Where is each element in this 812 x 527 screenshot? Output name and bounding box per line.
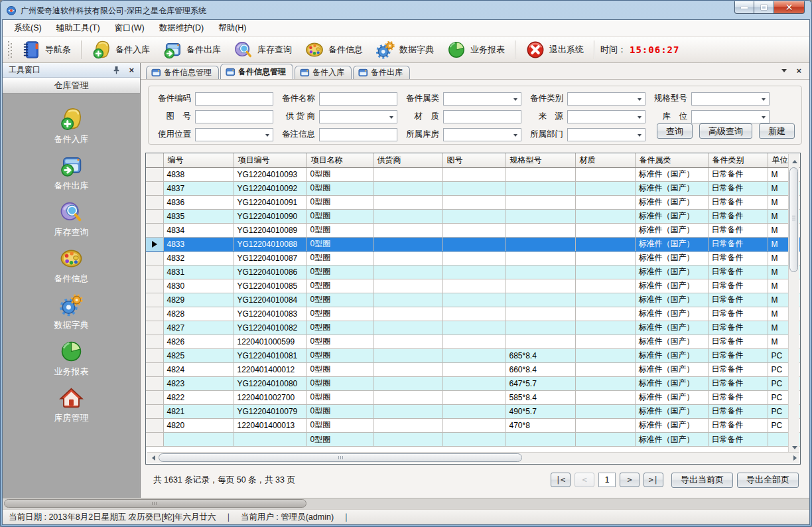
first-page-button[interactable]: |< (551, 473, 571, 487)
tab-item-1[interactable]: 备件信息管理 (220, 64, 293, 79)
sidebar-section-header[interactable]: 仓库管理 (3, 78, 140, 94)
table-row[interactable]: 4831YG122040100860型圈标准件（国产）日常备件M (146, 265, 801, 279)
export-current-page-button[interactable]: 导出当前页 (671, 473, 733, 488)
sidebar-item-parts-info[interactable]: 备件信息 (3, 246, 140, 293)
menu-item[interactable]: 辅助工具(T) (49, 20, 107, 37)
menu-item[interactable]: 系统(S) (7, 20, 49, 37)
table-row[interactable]: 4825YG122040100810型圈685*8.4标准件（国产）日常备件PC (146, 348, 801, 362)
table-row[interactable]: 4823YG122040100800型圈647*5.7标准件（国产）日常备件PC (146, 376, 801, 390)
dropdown-select[interactable] (691, 92, 770, 106)
menu-item[interactable]: 数据维护(D) (152, 20, 211, 37)
table-cell: 标准件（国产） (635, 279, 708, 293)
menu-item[interactable]: 帮助(H) (211, 20, 253, 37)
text-input[interactable] (195, 110, 273, 123)
status-bar: 当前日期 : 2013年8月2日星期五 农历癸巳[蛇]年六月廿六 ｜ 当前用户 … (3, 509, 809, 524)
dropdown-select[interactable] (443, 92, 521, 106)
horizontal-scroll-thumb[interactable] (159, 453, 522, 462)
next-page-button[interactable]: > (620, 473, 640, 487)
text-input[interactable] (195, 92, 273, 106)
dropdown-select[interactable] (567, 128, 645, 141)
table-row[interactable]: 482412204014000120型圈660*8.4标准件（国产）日常备件PC (146, 362, 801, 376)
dropdown-select[interactable] (319, 110, 397, 123)
prev-page-button[interactable]: < (575, 473, 594, 487)
table-row[interactable]: 0型圈标准件（国产）日常备件 (146, 432, 801, 446)
tab-item-3[interactable]: 备件出库 (353, 66, 410, 79)
content-scroll-thumb[interactable] (4, 499, 306, 508)
sidebar-item-parts-inbound[interactable]: 备件入库 (3, 107, 140, 153)
sidebar-item-warehouse-manage[interactable]: 库房管理 (3, 386, 140, 432)
table-row[interactable]: 4834YG122040100890型圈标准件（国产）日常备件M (146, 223, 801, 237)
toolbar-button-parts-inbound[interactable]: 备件入库 (88, 38, 154, 61)
column-header[interactable]: 编号 (163, 153, 234, 167)
toolbar-button-exit-system[interactable]: 退出系统 (521, 38, 588, 61)
scroll-right-icon[interactable] (789, 453, 799, 463)
text-input[interactable] (443, 110, 521, 123)
table-row[interactable]: 4821YG122040100790型圈490*5.7标准件（国产）日常备件PC (146, 404, 801, 418)
toolbar-grip[interactable] (8, 41, 13, 58)
horizontal-scrollbar[interactable] (147, 452, 799, 463)
sidebar-item-inventory-search[interactable]: 库存查询 (3, 200, 140, 246)
column-header[interactable]: 供货商 (373, 153, 442, 167)
table-row[interactable]: 4830YG122040100850型圈标准件（国产）日常备件M (146, 279, 801, 293)
column-header[interactable]: 项目名称 (306, 153, 373, 167)
last-page-button[interactable]: >| (643, 473, 663, 487)
text-input[interactable] (319, 92, 397, 106)
sidebar-item-parts-outbound[interactable]: 备件出库 (3, 153, 140, 200)
column-header[interactable]: 材质 (575, 153, 635, 167)
table-row[interactable]: 4832YG122040100870型圈标准件（国产）日常备件M (146, 251, 801, 265)
tab-close-icon[interactable]: × (796, 66, 801, 75)
table-row[interactable]: 4836YG122040100910型圈标准件（国产）日常备件M (146, 195, 801, 209)
column-header[interactable]: 备件类别 (708, 153, 768, 167)
table-cell: 1220401002700 (234, 390, 306, 404)
scroll-left-icon[interactable] (147, 453, 157, 463)
content-horizontal-scrollbar[interactable] (3, 498, 809, 509)
dropdown-select[interactable] (567, 92, 645, 106)
column-header[interactable]: 图号 (442, 153, 506, 167)
table-row[interactable]: 4829YG122040100840型圈标准件（国产）日常备件M (146, 293, 801, 307)
tab-list-dropdown-icon[interactable] (781, 69, 787, 75)
column-header[interactable]: 备件属类 (635, 153, 708, 167)
table-row[interactable]: 4827YG122040100820型圈标准件（国产）日常备件M (146, 321, 801, 335)
table-cell (575, 404, 635, 418)
menu-item[interactable]: 窗口(W) (107, 20, 152, 37)
advanced-query-button[interactable]: 高级查询 (699, 123, 752, 139)
table-row[interactable]: 482212204010027000型圈585*8.4标准件（国产）日常备件PC (146, 390, 801, 404)
vertical-scrollbar[interactable] (788, 154, 799, 452)
vertical-scroll-thumb[interactable] (789, 167, 798, 272)
dropdown-select[interactable] (195, 128, 273, 141)
table-row[interactable]: 4835YG122040100900型圈标准件（国产）日常备件M (146, 209, 801, 223)
pin-icon[interactable] (112, 66, 121, 74)
sidebar-item-business-report[interactable]: 业务报表 (3, 339, 140, 386)
minimize-button[interactable] (734, 1, 754, 14)
toolbar-button-parts-info[interactable]: 备件信息 (301, 38, 367, 61)
table-row[interactable]: 482012204014000130型圈470*8标准件（国产）日常备件PC (146, 418, 801, 432)
toolbar-button-inventory-search[interactable]: 库存查询 (230, 38, 296, 61)
table-row[interactable]: 4828YG122040100830型圈标准件（国产）日常备件M (146, 307, 801, 321)
close-button[interactable]: ✕ (774, 1, 805, 14)
column-header[interactable]: 项目编号 (234, 153, 306, 167)
scroll-down-icon[interactable] (789, 441, 799, 452)
table-row[interactable]: 4838YG122040100930型圈标准件（国产）日常备件M (146, 167, 801, 181)
tool-window-close-icon[interactable]: × (129, 66, 134, 74)
export-all-pages-button[interactable]: 导出全部页 (737, 473, 799, 488)
tab-item-2[interactable]: 备件入库 (295, 66, 352, 79)
page-number-input[interactable] (598, 473, 616, 487)
toolbar-button-parts-outbound[interactable]: 备件出库 (159, 38, 225, 61)
table-row[interactable]: 482612204010005990型圈标准件（国产）日常备件M (146, 335, 801, 348)
toolbar-button-navigator-book[interactable]: 导航条 (17, 38, 75, 61)
dropdown-select[interactable] (443, 128, 521, 141)
new-button[interactable]: 新建 (759, 123, 795, 139)
tab-item-0[interactable]: 备件信息管理 (146, 66, 219, 79)
toolbar-button-data-dictionary[interactable]: 数据字典 (372, 38, 438, 61)
table-row[interactable]: 4833YG122040100880型圈标准件（国产）日常备件M (146, 237, 801, 251)
dropdown-select[interactable] (691, 110, 770, 123)
table-row[interactable]: 4837YG122040100920型圈标准件（国产）日常备件M (146, 181, 801, 195)
column-header[interactable]: 规格型号 (506, 153, 575, 167)
text-input[interactable] (319, 128, 397, 141)
scroll-up-icon[interactable] (789, 154, 799, 165)
dropdown-select[interactable] (567, 110, 645, 123)
sidebar-item-data-dictionary[interactable]: 数据字典 (3, 293, 140, 339)
maximize-button[interactable] (754, 1, 774, 14)
toolbar-button-business-report[interactable]: 业务报表 (442, 38, 509, 61)
query-button[interactable]: 查询 (657, 123, 693, 139)
